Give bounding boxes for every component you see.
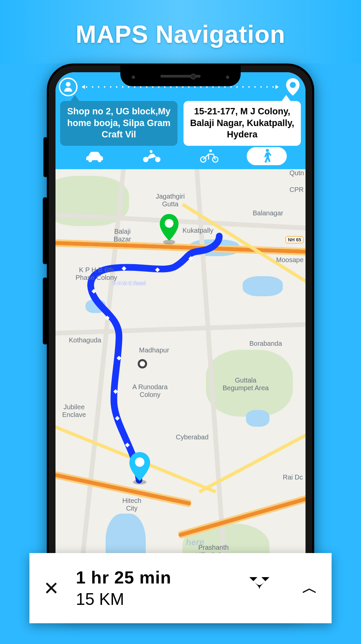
from-address-bubble[interactable]: Shop no 2, UG block,My home booja, Silpa… — [60, 101, 177, 146]
destination-pin-icon[interactable] — [283, 77, 303, 97]
svg-point-0 — [59, 78, 77, 96]
place-label: CPR Colo — [289, 186, 306, 194]
svg-point-11 — [266, 149, 269, 152]
place-label: Hitech City — [122, 497, 141, 512]
transport-mode-bar — [55, 147, 306, 165]
place-label: A Runodara Colony — [132, 383, 168, 399]
place-label: K P H B 6th Phase Colony — [76, 266, 117, 282]
place-label: Qutn — [289, 169, 304, 177]
phone-notch — [120, 66, 241, 86]
route-direction-indicator — [84, 86, 277, 88]
mode-car[interactable] — [74, 147, 114, 165]
route-summary-sheet: ✕ 1 hr 25 min 15 KM ︿ — [29, 553, 332, 623]
svg-point-25 — [135, 457, 144, 467]
mode-walk[interactable] — [247, 147, 287, 165]
page-title: MAPS Navigation — [0, 20, 361, 48]
phone-side-button — [43, 278, 47, 344]
destination-marker-icon[interactable] — [157, 213, 181, 246]
mode-bicycle[interactable] — [189, 147, 229, 165]
svg-point-2 — [290, 82, 296, 88]
map-canvas[interactable]: NH 65 G H M C Road — [55, 169, 306, 607]
route-duration: 1 hr 25 min — [76, 567, 171, 587]
svg-point-1 — [66, 82, 71, 87]
car-icon — [84, 148, 105, 164]
place-label: Kothaguda — [69, 336, 101, 344]
mode-motorbike[interactable] — [132, 147, 172, 165]
origin-pin-icon[interactable] — [58, 77, 78, 97]
svg-point-4 — [98, 158, 102, 162]
motorbike-icon — [141, 148, 162, 164]
svg-point-6 — [155, 157, 160, 162]
place-label: Moosape — [276, 256, 304, 264]
place-label: Balaji Bazar — [114, 228, 131, 243]
current-location-dot — [138, 359, 147, 368]
expand-sheet-button[interactable]: ︿ — [302, 578, 318, 599]
place-label: Madhapur — [139, 346, 169, 354]
place-label: Guttala Begumpet Area — [223, 377, 269, 392]
bicycle-icon — [199, 148, 220, 164]
phone-side-button — [43, 197, 47, 264]
phone-frame: Shop no 2, UG block,My home booja, Silpa… — [47, 64, 314, 615]
svg-point-10 — [209, 149, 212, 152]
nav-header: Shop no 2, UG block,My home booja, Silpa… — [55, 72, 306, 169]
place-label: Jubilee Enclave — [62, 403, 86, 419]
svg-point-3 — [88, 158, 92, 162]
place-label: Balanagar — [253, 209, 283, 217]
place-label: Jagathgiri Gutta — [156, 193, 185, 208]
alternate-routes-button[interactable] — [245, 572, 275, 604]
route-distance: 15 KM — [76, 589, 171, 609]
phone-screen: Shop no 2, UG block,My home booja, Silpa… — [55, 72, 306, 607]
phone-side-button — [43, 137, 47, 177]
svg-point-7 — [150, 150, 152, 153]
route-road-label: G H M C Road — [112, 280, 146, 286]
route-summary-text: 1 hr 25 min 15 KM — [76, 567, 171, 609]
place-label: Borabanda — [249, 340, 282, 347]
walk-icon — [260, 148, 273, 164]
close-button[interactable]: ✕ — [43, 577, 59, 599]
svg-point-23 — [165, 219, 173, 228]
fork-arrows-icon — [245, 572, 275, 603]
to-address-bubble[interactable]: 15-21-177, M J Colony, Balaji Nagar, Kuk… — [184, 101, 301, 146]
place-label: Cyberabad — [176, 433, 209, 441]
place-label: Rai Dc — [283, 473, 303, 481]
origin-marker-icon[interactable] — [127, 451, 153, 486]
place-label: Kukatpally — [183, 227, 213, 234]
map-watermark: here — [186, 537, 204, 548]
